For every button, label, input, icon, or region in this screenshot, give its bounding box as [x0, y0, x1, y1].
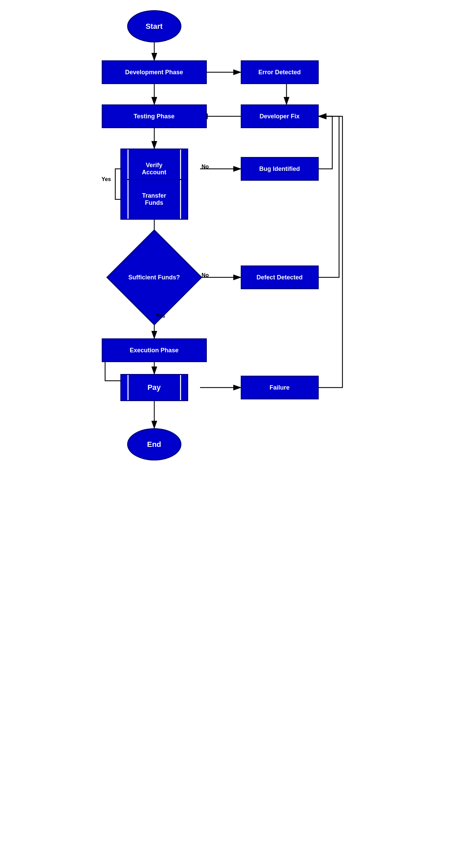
end-node: End	[127, 428, 181, 460]
yes-label-2: Yes	[156, 313, 165, 319]
no-label-1: No	[202, 164, 209, 170]
error-detected-node: Error Detected	[241, 60, 319, 84]
start-node: Start	[127, 10, 181, 42]
failure-node: Failure	[241, 376, 319, 399]
bug-identified-node: Bug Identified	[241, 157, 319, 181]
development-phase-node: Development Phase	[102, 60, 207, 84]
sufficient-funds-diamond-wrapper: Sufficient Funds?	[110, 243, 198, 311]
yes-label-1: Yes	[102, 176, 111, 182]
flowchart-diagram: Start Development Phase Error Detected T…	[95, 10, 359, 756]
sufficient-funds-label: Sufficient Funds?	[127, 274, 181, 281]
testing-phase-node: Testing Phase	[102, 104, 207, 128]
developer-fix-node: Developer Fix	[241, 104, 319, 128]
no-label-2: No	[202, 272, 209, 278]
defect-detected-node: Defect Detected	[241, 265, 319, 289]
transfer-funds-node: Transfer Funds	[120, 179, 188, 220]
execution-phase-node: Execution Phase	[102, 338, 207, 362]
pay-node: Pay	[120, 374, 188, 401]
